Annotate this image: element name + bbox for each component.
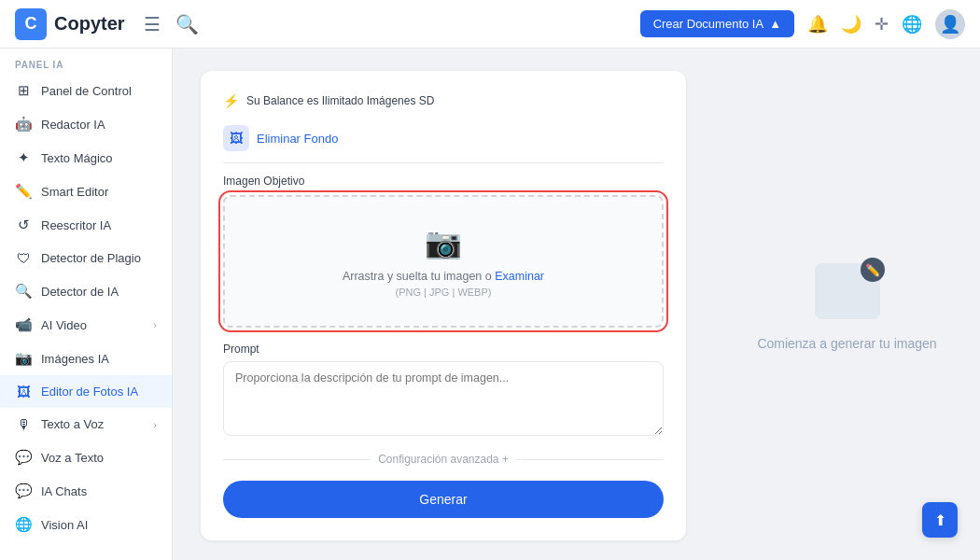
advanced-line-left xyxy=(223,459,371,460)
camera-icon: 📷 xyxy=(240,225,647,260)
divider xyxy=(223,162,664,163)
sidebar-item-ia-chats[interactable]: 💬 IA Chats xyxy=(0,474,172,508)
detector-icon: 🔍 xyxy=(15,283,32,300)
editor-card: ⚡ Su Balance es Ilimitado Imágenes SD 🖼 … xyxy=(201,71,686,540)
drop-subtext: (PNG | JPG | WEBP) xyxy=(240,287,647,298)
sidebar-item-redactor-ia[interactable]: 🤖 Redactor IA xyxy=(0,107,172,141)
bell-icon[interactable]: 🔔 xyxy=(807,14,828,35)
center-panel: ⚡ Su Balance es Ilimitado Imágenes SD 🖼 … xyxy=(173,49,714,560)
prompt-label: Prompt xyxy=(223,343,664,356)
sidebar-item-editor-fotos-ia[interactable]: 🖼 Editor de Fotos IA xyxy=(0,375,172,408)
images-icon: 📷 xyxy=(15,350,32,367)
crear-documento-button[interactable]: Crear Documento IA ▲ xyxy=(640,10,794,37)
mic-icon: 🎙 xyxy=(15,416,32,432)
sidebar-item-smart-editor[interactable]: ✏️ Smart Editor xyxy=(0,175,172,208)
sidebar-item-reescritor-ia[interactable]: ↺ Reescritor IA xyxy=(0,208,172,242)
sidebar-item-texto-magico[interactable]: ✦ Texto Mágico xyxy=(0,141,172,175)
search-icon[interactable]: 🔍 xyxy=(175,13,199,35)
ia-chat-icon: 💬 xyxy=(15,483,32,499)
advanced-config-toggle[interactable]: Configuración avanzada + xyxy=(378,453,509,466)
chevron-right-icon: › xyxy=(153,319,157,330)
remove-bg-icon: 🖼 xyxy=(230,131,243,146)
menu-icon[interactable]: ☰ xyxy=(144,13,161,35)
robot-icon: 🤖 xyxy=(15,116,32,133)
video-icon: 📹 xyxy=(15,316,32,333)
sidebar-item-voz-a-texto[interactable]: 💬 Voz a Texto xyxy=(0,441,172,474)
pencil-icon: ✏️ xyxy=(15,183,32,200)
shield-icon: 🛡 xyxy=(15,250,32,266)
placeholder-image: ✏️ xyxy=(810,258,885,323)
chat-icon: 💬 xyxy=(15,449,32,466)
move-icon[interactable]: ✛ xyxy=(875,14,889,35)
sidebar-item-detector-plagio[interactable]: 🛡 Detector de Plagio xyxy=(0,242,172,274)
sidebar: PANEL IA ⊞ Panel de Control 🤖 Redactor I… xyxy=(0,49,173,560)
logo-icon: C xyxy=(15,8,47,40)
eliminar-fondo-tool[interactable]: 🖼 Eliminar Fondo xyxy=(223,125,664,151)
balance-bar: ⚡ Su Balance es Ilimitado Imágenes SD xyxy=(223,93,664,108)
topnav: C Copyter ☰ 🔍 Crear Documento IA ▲ 🔔 🌙 ✛… xyxy=(0,0,980,49)
drop-text: Arrastra y suelta tu imagen o Examinar xyxy=(240,270,647,283)
sidebar-item-detector-ia[interactable]: 🔍 Detector de IA xyxy=(0,274,172,308)
sidebar-item-imagenes-ia[interactable]: 📷 Imágenes IA xyxy=(0,342,172,375)
generate-button[interactable]: Generar xyxy=(223,481,664,518)
tool-icon-box: 🖼 xyxy=(223,125,249,151)
magic-icon: ✦ xyxy=(15,149,32,166)
avatar[interactable]: 👤 xyxy=(935,9,965,39)
logo-text: Copyter xyxy=(54,13,125,35)
placeholder-text: Comienza a generar tu imagen xyxy=(757,336,936,351)
sidebar-item-ai-video[interactable]: 📹 AI Video › xyxy=(0,308,172,342)
scroll-top-button[interactable]: ⬆ xyxy=(922,502,958,538)
sidebar-item-vision-ai[interactable]: 🌐 Vision AI xyxy=(0,508,172,541)
chevron-right-icon-2: › xyxy=(153,419,157,430)
sidebar-item-texto-a-voz[interactable]: 🎙 Texto a Voz › xyxy=(0,408,172,441)
examinar-link[interactable]: Examinar xyxy=(495,270,544,283)
prompt-textarea[interactable] xyxy=(223,361,664,436)
grid-icon: ⊞ xyxy=(15,82,32,99)
right-panel: ✏️ Comienza a generar tu imagen xyxy=(714,49,980,560)
advanced-config-row: Configuración avanzada + xyxy=(223,453,664,466)
imagen-objetivo-label: Imagen Objetivo xyxy=(223,175,664,188)
globe-icon[interactable]: 🌐 xyxy=(902,14,922,35)
lightning-icon: ⚡ xyxy=(223,93,239,108)
moon-icon[interactable]: 🌙 xyxy=(841,14,861,35)
sidebar-section-label: PANEL IA xyxy=(0,49,172,74)
sidebar-item-panel-control[interactable]: ⊞ Panel de Control xyxy=(0,74,172,107)
refresh-icon: ↺ xyxy=(15,217,32,233)
pencil-overlay-icon: ✏️ xyxy=(861,258,885,282)
advanced-line-right xyxy=(516,459,664,460)
image-drop-zone[interactable]: 📷 Arrastra y suelta tu imagen o Examinar… xyxy=(223,195,664,328)
globe-sidebar-icon: 🌐 xyxy=(15,516,32,533)
photo-edit-icon: 🖼 xyxy=(15,384,32,399)
chevron-up-icon: ⬆ xyxy=(934,511,946,529)
footer: Copyright © 2024 Copyter . Todos los der… xyxy=(302,555,584,560)
